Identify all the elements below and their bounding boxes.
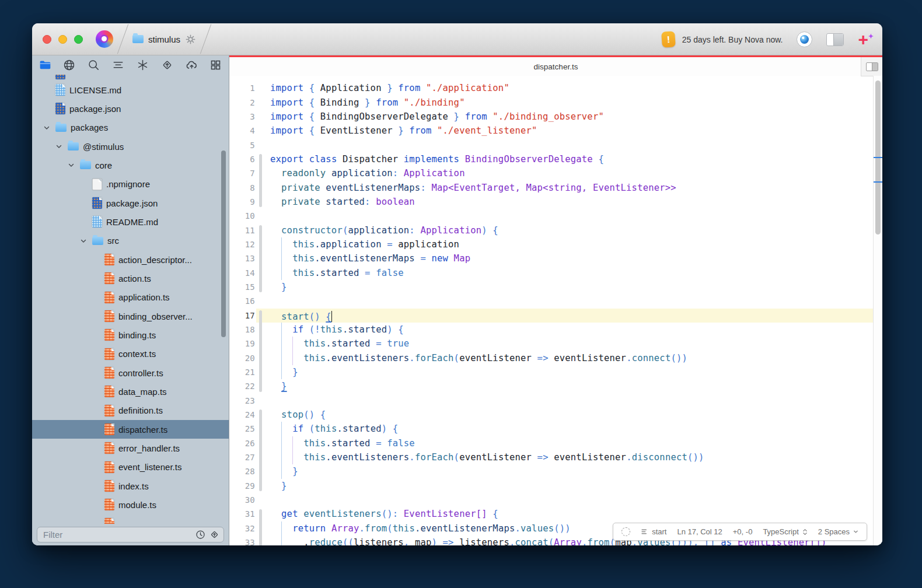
- sidebar-scrollbar[interactable]: [221, 150, 226, 337]
- line-number[interactable]: 10: [229, 211, 255, 220]
- tree-item-data_map.ts[interactable]: data_map.ts: [32, 382, 229, 401]
- code-line-8[interactable]: 8 private eventListenerMaps: Map<EventTa…: [229, 180, 873, 194]
- clock-icon[interactable]: [194, 529, 206, 541]
- disclosure-chevron-icon[interactable]: [55, 142, 63, 150]
- tree-item-.npmignore[interactable]: .npmignore: [32, 175, 229, 194]
- line-number[interactable]: 11: [229, 226, 255, 235]
- filter-input[interactable]: Filter: [37, 527, 224, 542]
- line-number[interactable]: 16: [229, 296, 255, 306]
- nova-app-icon[interactable]: [96, 30, 113, 48]
- sidebar-toolbar-symbols-lines-icon[interactable]: [111, 58, 125, 72]
- line-number[interactable]: 23: [229, 396, 255, 405]
- tree-item-binding_observer...[interactable]: binding_observer...: [32, 307, 229, 326]
- code-line-12[interactable]: 12 this.application = application: [229, 237, 873, 251]
- tree-item-action.ts[interactable]: action.ts: [32, 269, 229, 288]
- tree-folder-core[interactable]: core: [32, 156, 229, 174]
- disclosure-chevron-icon[interactable]: [67, 161, 75, 169]
- tree-item-event_listener.ts[interactable]: event_listener.ts: [32, 458, 229, 477]
- code-line-15[interactable]: 15 }: [229, 280, 873, 294]
- line-number[interactable]: 27: [229, 453, 255, 462]
- line-number[interactable]: 26: [229, 439, 255, 448]
- line-number[interactable]: 32: [229, 524, 255, 533]
- tree-item-action_descriptor...[interactable]: action_descriptor...: [32, 250, 229, 269]
- tree-item-module.ts[interactable]: module.ts: [32, 495, 229, 514]
- line-number[interactable]: 15: [229, 282, 255, 292]
- code-line-6[interactable]: 6export class Dispatcher implements Bind…: [229, 152, 873, 166]
- zoom-button[interactable]: [74, 35, 83, 44]
- tree-folder-src[interactable]: src: [32, 232, 229, 250]
- sidebar-toolbar-issues-asterisk-icon[interactable]: [135, 58, 149, 72]
- code-line-29[interactable]: 29 }: [229, 479, 873, 493]
- line-number[interactable]: 7: [229, 169, 255, 178]
- line-number[interactable]: 6: [229, 155, 255, 164]
- code-line-4[interactable]: 4import { EventListener } from "./event_…: [229, 124, 873, 138]
- line-number[interactable]: 25: [229, 424, 255, 433]
- code-line-2[interactable]: 2import { Binding } from "./binding": [229, 95, 873, 109]
- line-number[interactable]: 8: [229, 183, 255, 192]
- symbol-path[interactable]: start: [641, 527, 666, 536]
- new-plus-icon[interactable]: +: [858, 33, 868, 46]
- code-line-3[interactable]: 3import { BindingObserverDelegate } from…: [229, 110, 873, 124]
- project-tab[interactable]: stimulus: [132, 34, 196, 45]
- line-number[interactable]: 3: [229, 112, 255, 121]
- sidebar-toolbar-search-icon[interactable]: [87, 58, 101, 72]
- code-line-16[interactable]: 16: [229, 294, 873, 308]
- code-line-28[interactable]: 28 }: [229, 464, 873, 478]
- remote-status-icon[interactable]: [621, 527, 630, 536]
- trial-notice[interactable]: ! 25 days left. Buy Nova now.: [662, 32, 783, 47]
- tree-folder-@stimulus[interactable]: @stimulus: [32, 137, 229, 156]
- code-line-14[interactable]: 14 this.started = false: [229, 265, 873, 279]
- line-number[interactable]: 14: [229, 268, 255, 278]
- line-number[interactable]: 24: [229, 410, 255, 419]
- tree-item-context.ts[interactable]: context.ts: [32, 345, 229, 363]
- gear-icon[interactable]: [185, 34, 196, 45]
- disclosure-chevron-icon[interactable]: [79, 237, 88, 245]
- line-number[interactable]: 2: [229, 98, 255, 107]
- tree-item-dispatcher.ts[interactable]: dispatcher.ts: [32, 420, 229, 439]
- code-line-11[interactable]: 11 constructor(application: Application)…: [229, 223, 873, 237]
- line-number[interactable]: 17: [229, 311, 255, 320]
- code-line-20[interactable]: 20 this.eventListeners.forEach(eventList…: [229, 351, 873, 365]
- code-line-13[interactable]: 13 this.eventListenerMaps = new Map: [229, 251, 873, 265]
- sidebar-toolbar-files-folder-icon[interactable]: [38, 58, 52, 72]
- tree-item-controller.ts[interactable]: controller.ts: [32, 363, 229, 382]
- line-number[interactable]: 1: [229, 83, 255, 93]
- code-line-22[interactable]: 22 }: [229, 379, 873, 393]
- sidebar-toolbar-publish-cloud-icon[interactable]: [184, 58, 198, 72]
- tree-item-error_handler.ts[interactable]: error_handler.ts: [32, 439, 229, 457]
- code-line-10[interactable]: 10: [229, 209, 873, 223]
- editor-scrollbar[interactable]: [873, 76, 882, 545]
- line-number[interactable]: 9: [229, 197, 255, 206]
- tree-item-package.json[interactable]: package.json: [32, 99, 229, 118]
- eye-icon[interactable]: [797, 32, 812, 47]
- tree-item-definition.ts[interactable]: definition.ts: [32, 401, 229, 420]
- split-toggle-button[interactable]: [861, 57, 882, 76]
- code-line-19[interactable]: 19 this.started = true: [229, 337, 873, 351]
- cursor-position[interactable]: Ln 17, Col 12: [677, 527, 722, 536]
- line-number[interactable]: 19: [229, 339, 255, 348]
- line-number[interactable]: 18: [229, 325, 255, 334]
- code-line-23[interactable]: 23: [229, 394, 873, 408]
- code-line-17[interactable]: 17 start() {: [229, 309, 873, 323]
- code-line-7[interactable]: 7 readonly application: Application: [229, 166, 873, 180]
- tree-folder-packages[interactable]: packages: [32, 118, 229, 137]
- source-control-filter-icon[interactable]: [208, 529, 220, 541]
- code-line-26[interactable]: 26 this.started = false: [229, 436, 873, 450]
- code-line-5[interactable]: 5: [229, 138, 873, 152]
- code-editor[interactable]: 1import { Application } from "./applicat…: [229, 76, 873, 545]
- file-tree[interactable]: LICENSE.mdpackage.jsonpackages@stimulusc…: [32, 75, 229, 524]
- tree-item-LICENSE.md[interactable]: LICENSE.md: [32, 80, 229, 99]
- line-number[interactable]: 33: [229, 538, 255, 545]
- change-count[interactable]: +0, -0: [733, 527, 753, 536]
- line-number[interactable]: 13: [229, 254, 255, 263]
- editor-header[interactable]: dispatcher.ts: [229, 57, 882, 76]
- code-line-9[interactable]: 9 private started: boolean: [229, 195, 873, 209]
- tree-item-index.ts[interactable]: index.ts: [32, 477, 229, 495]
- code-line-27[interactable]: 27 this.eventListeners.forEach(eventList…: [229, 450, 873, 464]
- line-number[interactable]: 21: [229, 368, 255, 377]
- sidebar-toolbar-source-control-diamond-icon[interactable]: [160, 58, 174, 72]
- code-line-25[interactable]: 25 if (this.started) {: [229, 422, 873, 436]
- tree-item-README.md[interactable]: README.md: [32, 212, 229, 231]
- line-number[interactable]: 30: [229, 495, 255, 505]
- tree-item-application.ts[interactable]: application.ts: [32, 288, 229, 307]
